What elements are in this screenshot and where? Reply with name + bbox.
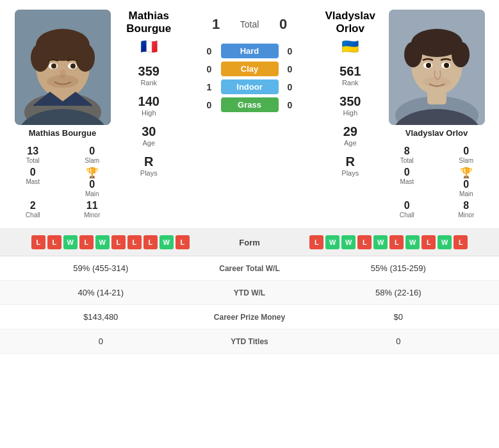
left-age-stat: 30 Age <box>142 124 156 147</box>
right-slam-label: Slam <box>459 157 473 164</box>
right-high-stat: 350 High <box>339 94 361 117</box>
left-high-stat: 140 High <box>138 94 160 117</box>
right-chall-cell: 0 Chall <box>380 200 434 219</box>
stats-label-0: Career Total W/L <box>192 264 307 273</box>
total-label: Total <box>231 19 269 29</box>
form-badge-right-form-badges-6: W <box>405 235 420 249</box>
form-badge-right-form-badges-1: W <box>325 235 339 249</box>
stats-left-3: 0 <box>10 336 192 346</box>
svg-point-26 <box>423 77 451 87</box>
surface-right-score-2: 0 <box>284 82 297 92</box>
left-mast-value: 0 <box>30 167 36 178</box>
left-chall-label: Chall <box>26 212 40 219</box>
left-trophy-cell: 🏆 0 Main <box>66 167 119 197</box>
stats-label-2: Career Prize Money <box>192 313 307 322</box>
player-right-name: Vladyslav Orlov <box>405 128 468 138</box>
left-minor-label: Minor <box>84 212 100 219</box>
right-total-label: Total <box>400 157 414 164</box>
player-right: Vladyslav Orlov 8 Total 0 Slam 0 Mast 🏆 … <box>380 10 493 219</box>
right-total-value: 8 <box>404 145 410 157</box>
surface-left-score-2: 1 <box>203 82 216 92</box>
right-chall-value: 0 <box>404 200 410 212</box>
player-left: Mathias Bourgue 13 Total 0 Slam 0 Mast 🏆… <box>6 10 119 219</box>
right-minor-cell: 8 Minor <box>440 200 493 219</box>
left-slam-label: Slam <box>85 157 99 164</box>
right-form-badges: LWWLWLWLWL <box>288 235 490 249</box>
player-right-stats: 8 Total 0 Slam 0 Mast 🏆 0 Main 0 <box>380 145 493 219</box>
form-badge-left-form-badges-5: L <box>111 235 126 249</box>
right-age-label: Age <box>344 139 357 147</box>
left-trophy-icon: 🏆 <box>86 167 99 179</box>
player-left-photo <box>15 10 111 125</box>
stats-row-2: $143,480 Career Prize Money $0 <box>0 305 499 329</box>
right-age-stat: 29 Age <box>343 124 357 147</box>
right-mast-value: 0 <box>404 167 410 178</box>
form-badge-left-form-badges-2: W <box>63 235 78 249</box>
stats-row-1: 40% (14-21) YTD W/L 58% (22-16) <box>0 281 499 305</box>
stats-label-3: YTD Titles <box>192 337 307 346</box>
form-badge-left-form-badges-6: L <box>127 235 142 249</box>
right-rank-stat: 561 Rank <box>339 64 361 87</box>
svg-point-6 <box>31 44 50 72</box>
left-age-value: 30 <box>142 124 156 139</box>
left-total-cell: 13 Total <box>6 145 60 164</box>
left-slam-cell: 0 Slam <box>66 145 119 164</box>
right-mast-cell: 0 Mast <box>380 167 434 197</box>
right-high-value: 350 <box>339 94 361 109</box>
left-chall-value: 2 <box>30 200 36 212</box>
main-container: Mathias Bourgue 13 Total 0 Slam 0 Mast 🏆… <box>0 0 499 354</box>
form-badge-right-form-badges-8: W <box>438 235 452 249</box>
right-slam-value: 0 <box>463 145 469 157</box>
stats-right-0: 55% (315-259) <box>307 263 490 273</box>
form-badge-right-form-badges-4: W <box>373 235 388 249</box>
surface-badge-1: Clay <box>221 62 279 76</box>
right-total-cell: 8 Total <box>380 145 434 164</box>
right-rank-label: Rank <box>342 79 359 87</box>
left-slam-value: 0 <box>89 145 95 157</box>
form-badge-right-form-badges-3: L <box>357 235 372 249</box>
svg-point-10 <box>51 63 56 69</box>
surface-row-hard: 0 Hard 0 <box>203 44 297 58</box>
right-rank-value: 561 <box>339 64 361 79</box>
form-badge-right-form-badges-9: L <box>454 235 468 249</box>
form-badge-right-form-badges-7: L <box>421 235 436 249</box>
right-plays-label: Plays <box>341 169 359 177</box>
form-badge-left-form-badges-9: L <box>176 235 190 249</box>
surface-left-score-0: 0 <box>203 46 216 56</box>
left-rank-label: Rank <box>140 79 157 87</box>
stats-right-2: $0 <box>307 312 490 322</box>
right-player-name-center: Vladyslav Orlov <box>323 10 378 36</box>
left-main-label: Main <box>85 190 99 197</box>
left-main-value: 0 <box>89 179 95 190</box>
svg-point-21 <box>452 42 470 67</box>
left-minor-cell: 11 Minor <box>66 200 119 219</box>
form-badge-right-form-badges-5: L <box>389 235 404 249</box>
right-plays-value: R <box>346 154 355 169</box>
form-badge-left-form-badges-0: L <box>31 235 45 249</box>
player-section: Mathias Bourgue 13 Total 0 Slam 0 Mast 🏆… <box>0 0 499 229</box>
left-player-name-center: Mathias Bourgue <box>122 10 176 36</box>
surface-badge-0: Hard <box>221 44 279 58</box>
left-center-info: Mathias Bourgue 🇫🇷 359 Rank 140 High 30 … <box>119 10 179 219</box>
right-trophy-icon: 🏆 <box>460 167 473 179</box>
surface-right-score-1: 0 <box>284 64 297 74</box>
left-plays-value: R <box>144 154 153 169</box>
right-flag: 🇺🇦 <box>341 38 359 55</box>
right-main-value: 0 <box>463 179 469 190</box>
svg-point-25 <box>444 63 449 68</box>
stats-left-0: 59% (455-314) <box>10 263 192 273</box>
left-high-label: High <box>142 109 156 117</box>
stats-right-3: 0 <box>307 336 490 346</box>
surface-row-clay: 0 Clay 0 <box>203 62 297 76</box>
player-right-photo <box>389 10 485 125</box>
comparison-col: 1 Total 0 0 Hard 0 0 Clay 0 1 Indoor 0 0… <box>179 10 320 219</box>
surface-badge-2: Indoor <box>221 79 279 94</box>
left-minor-value: 11 <box>86 200 98 212</box>
right-trophy-cell: 🏆 0 Main <box>440 167 493 197</box>
form-badge-right-form-badges-2: W <box>341 235 356 249</box>
svg-point-7 <box>76 44 95 72</box>
svg-point-20 <box>404 42 422 67</box>
surface-right-score-3: 0 <box>284 100 297 110</box>
stats-right-1: 58% (22-16) <box>307 288 490 297</box>
left-chall-cell: 2 Chall <box>6 200 60 219</box>
